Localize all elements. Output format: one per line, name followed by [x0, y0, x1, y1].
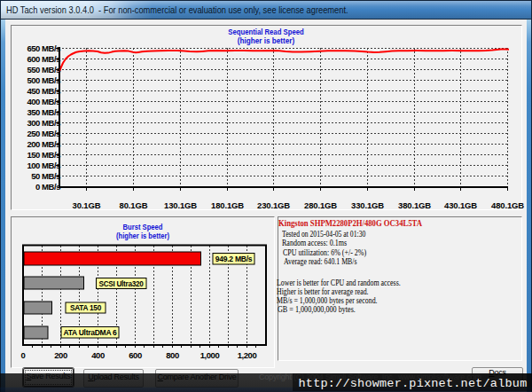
- svg-text:50 MB/s: 50 MB/s: [31, 171, 60, 181]
- svg-text:SCSI Ultra320: SCSI Ultra320: [99, 279, 144, 288]
- svg-text:400 MB/s: 400 MB/s: [27, 97, 60, 106]
- svg-text:400: 400: [91, 350, 105, 360]
- svg-text:350 MB/s: 350 MB/s: [27, 107, 60, 117]
- svg-text:550 MB/s: 550 MB/s: [27, 65, 60, 74]
- svg-text:600: 600: [129, 350, 142, 360]
- svg-text:450 MB/s: 450 MB/s: [27, 86, 60, 96]
- svg-text:SATA 150: SATA 150: [70, 303, 101, 312]
- svg-text:150 MB/s: 150 MB/s: [27, 150, 60, 160]
- svg-text:(higher is better): (higher is better): [116, 231, 169, 240]
- svg-text:130.1GB: 130.1GB: [164, 200, 197, 210]
- svg-text:500 MB/s: 500 MB/s: [27, 75, 60, 85]
- svg-text:200 MB/s: 200 MB/s: [27, 139, 60, 149]
- svg-text:949.2 MB/s: 949.2 MB/s: [215, 255, 253, 263]
- svg-text:650 MB/s: 650 MB/s: [27, 43, 60, 53]
- svg-text:300 MB/s: 300 MB/s: [27, 118, 60, 128]
- svg-text:0 MB/s: 0 MB/s: [35, 182, 60, 192]
- svg-text:250 MB/s: 250 MB/s: [27, 129, 60, 138]
- svg-text:1,000: 1,000: [200, 350, 220, 360]
- svg-text:200: 200: [54, 350, 67, 360]
- svg-text:1,200: 1,200: [238, 350, 257, 360]
- svg-text:30.1GB: 30.1GB: [73, 200, 101, 210]
- svg-text:ATA UltraDMA 6: ATA UltraDMA 6: [64, 328, 117, 337]
- svg-text:100 MB/s: 100 MB/s: [27, 161, 60, 170]
- svg-text:80.1GB: 80.1GB: [120, 200, 148, 210]
- svg-text:430.1GB: 430.1GB: [444, 200, 477, 210]
- svg-text:380.1GB: 380.1GB: [398, 200, 431, 210]
- svg-text:600 MB/s: 600 MB/s: [27, 54, 60, 64]
- svg-text:0: 0: [21, 350, 26, 360]
- svg-text:330.1GB: 330.1GB: [351, 200, 384, 210]
- svg-text:280.1GB: 280.1GB: [304, 200, 337, 210]
- svg-text:230.1GB: 230.1GB: [257, 200, 290, 210]
- svg-text:480.1GB: 480.1GB: [491, 200, 524, 210]
- svg-text:180.1GB: 180.1GB: [211, 200, 244, 210]
- svg-text:(higher is better): (higher is better): [238, 35, 295, 45]
- svg-text:800: 800: [166, 350, 179, 360]
